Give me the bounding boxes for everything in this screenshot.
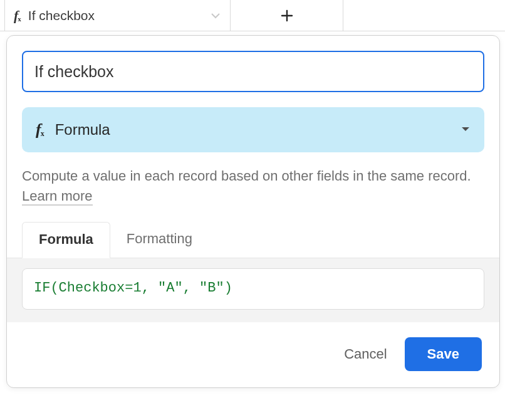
formula-editor-area: IF(Checkbox=1, "A", "B") [7, 258, 499, 322]
formula-icon: fx [14, 8, 22, 24]
field-type-select[interactable]: fx Formula [22, 107, 484, 152]
field-config-panel: fx Formula Compute a value in each recor… [6, 35, 500, 388]
description-text: Compute a value in each record based on … [22, 168, 471, 184]
column-header-row: fx If checkbox [0, 0, 505, 31]
add-column-button[interactable] [231, 0, 343, 31]
learn-more-link[interactable]: Learn more [22, 188, 93, 206]
plus-icon [281, 9, 293, 22]
column-tab[interactable]: fx If checkbox [5, 0, 231, 31]
panel-actions: Cancel Save [7, 322, 499, 387]
tab-label: Formula [39, 231, 93, 247]
header-spacer [0, 0, 5, 31]
column-name-label: If checkbox [28, 8, 95, 23]
field-type-description: Compute a value in each record based on … [22, 166, 484, 206]
config-tabs: Formula Formatting [7, 221, 499, 258]
field-name-input[interactable] [22, 51, 484, 92]
tab-label: Formatting [127, 231, 192, 246]
tab-formula[interactable]: Formula [22, 222, 110, 258]
formula-icon: fx [36, 120, 45, 139]
tab-formatting[interactable]: Formatting [110, 222, 209, 258]
chevron-down-icon[interactable] [211, 10, 220, 21]
field-type-label: Formula [55, 121, 110, 139]
caret-down-icon [461, 124, 471, 135]
cancel-button[interactable]: Cancel [344, 346, 387, 362]
save-button[interactable]: Save [405, 337, 482, 371]
formula-editor[interactable]: IF(Checkbox=1, "A", "B") [22, 268, 484, 310]
